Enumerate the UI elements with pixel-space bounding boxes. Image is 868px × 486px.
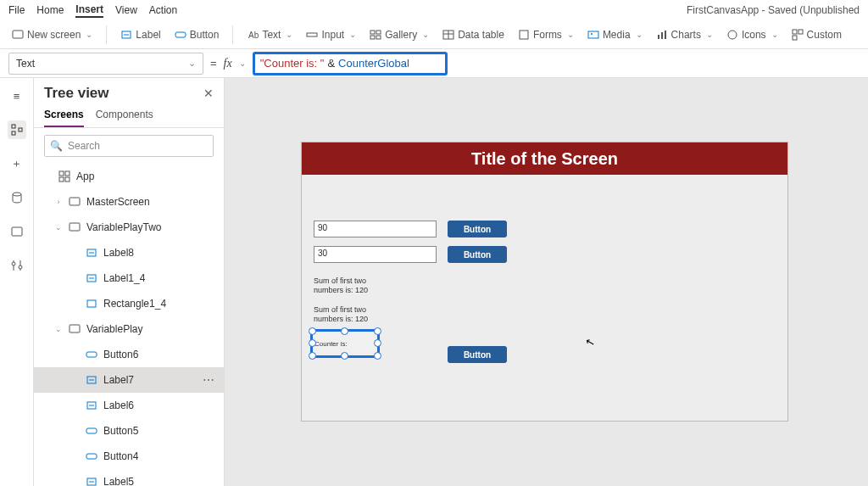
- rail-treeview-icon[interactable]: [8, 120, 26, 139]
- tree-item-button4[interactable]: Button4: [34, 444, 224, 469]
- canvas-button-1[interactable]: Button: [448, 221, 507, 237]
- resize-handle[interactable]: [374, 339, 381, 347]
- insert-input-button[interactable]: Input: [303, 29, 359, 41]
- label-icon: [85, 475, 98, 486]
- resize-handle[interactable]: [309, 352, 316, 360]
- insert-gallery-button[interactable]: Gallery: [366, 29, 432, 41]
- svg-text:Ab: Ab: [248, 31, 259, 40]
- svg-rect-17: [661, 32, 663, 39]
- app-icon: [58, 170, 71, 183]
- tree-item-label: Button4: [103, 450, 224, 462]
- svg-rect-21: [798, 30, 803, 34]
- tree-search-input[interactable]: 🔍 Search: [44, 135, 214, 157]
- chevron-icon[interactable]: ⌄: [54, 325, 63, 333]
- insert-text-button[interactable]: Ab Text: [243, 29, 296, 41]
- insert-label-button[interactable]: Label: [117, 29, 164, 41]
- svg-rect-35: [65, 177, 70, 182]
- label7-text: Counter is:: [314, 340, 348, 348]
- property-dropdown-value: Text: [16, 58, 35, 70]
- screen-icon: [68, 322, 81, 336]
- svg-point-15: [591, 33, 593, 35]
- canvas-area[interactable]: Title of the Screen 90 Button 30 Button …: [225, 78, 868, 486]
- label-icon: [85, 399, 98, 412]
- new-screen-button[interactable]: New screen: [8, 29, 96, 41]
- svg-rect-34: [59, 177, 64, 182]
- button-icon: [85, 450, 98, 463]
- tree-item-label: VariablePlay: [86, 323, 224, 335]
- textinput-1[interactable]: 90: [314, 221, 437, 237]
- resize-handle[interactable]: [374, 327, 381, 335]
- insert-charts-button[interactable]: Charts: [653, 29, 716, 41]
- input-icon: [306, 29, 318, 41]
- ribbon: New screen Label Button Ab Text Input Ga…: [0, 20, 868, 49]
- rail-insert-icon[interactable]: ＋: [8, 154, 26, 173]
- insert-forms-button[interactable]: Forms: [515, 29, 577, 41]
- tree-item-vp[interactable]: ⌄VariablePlay: [34, 316, 224, 342]
- svg-rect-3: [175, 32, 186, 37]
- insert-datatable-button[interactable]: Data table: [439, 29, 508, 41]
- resize-handle[interactable]: [341, 352, 348, 360]
- equals-sign: =: [210, 57, 217, 70]
- app-screen-canvas[interactable]: Title of the Screen 90 Button 30 Button …: [301, 142, 788, 422]
- left-rail: ≡ ＋: [0, 78, 34, 486]
- menu-home[interactable]: Home: [36, 4, 64, 16]
- formula-input[interactable]: "Counter is: " & CounterGlobal: [253, 52, 448, 75]
- tree-item-label1_4[interactable]: Label1_4: [34, 265, 224, 291]
- formula-identifier: CounterGlobal: [338, 57, 409, 70]
- textinput-2[interactable]: 30: [314, 246, 437, 263]
- tree-item-label8[interactable]: Label8: [34, 240, 224, 265]
- tree-item-label5[interactable]: Label5: [34, 469, 224, 486]
- resize-handle[interactable]: [374, 352, 381, 360]
- tree-item-button6[interactable]: Button6: [34, 342, 224, 367]
- label7-selected[interactable]: Counter is:: [310, 329, 380, 358]
- svg-rect-13: [520, 31, 528, 39]
- chevron-icon[interactable]: ⌄: [54, 223, 63, 232]
- tree-item-vptwo[interactable]: ⌄VariablePlayTwo: [34, 215, 224, 240]
- property-dropdown[interactable]: Text: [8, 53, 203, 75]
- canvas-button-2[interactable]: Button: [448, 246, 507, 263]
- menu-file[interactable]: File: [8, 4, 25, 16]
- insert-icons-button[interactable]: Icons: [723, 29, 782, 41]
- resize-handle[interactable]: [309, 327, 316, 335]
- label-icon: [85, 373, 98, 387]
- resize-handle[interactable]: [341, 327, 348, 335]
- gallery-icon: [370, 29, 381, 41]
- canvas-button-3[interactable]: Button: [448, 346, 507, 363]
- tree-search-placeholder: Search: [68, 140, 100, 152]
- svg-rect-49: [86, 428, 97, 433]
- tree-item-rect1_4[interactable]: Rectangle1_4: [34, 291, 224, 316]
- resize-handle[interactable]: [309, 339, 316, 347]
- menu-action[interactable]: Action: [149, 4, 177, 16]
- tab-screens[interactable]: Screens: [44, 109, 84, 127]
- tree-item-label7[interactable]: Label7⋯: [34, 367, 224, 393]
- app-title: FirstCanvasApp - Saved (Unpublished: [687, 4, 860, 16]
- tree-item-button5[interactable]: Button5: [34, 418, 224, 444]
- rail-media-icon[interactable]: [8, 222, 26, 241]
- insert-forms-label: Forms: [533, 29, 562, 41]
- tree-item-master[interactable]: ›MasterScreen: [34, 189, 224, 215]
- svg-rect-14: [588, 31, 598, 38]
- tree-item-label6[interactable]: Label6: [34, 393, 224, 418]
- chevron-icon[interactable]: ›: [54, 198, 63, 206]
- menu-view[interactable]: View: [115, 4, 137, 16]
- rail-advanced-icon[interactable]: [8, 256, 26, 275]
- button-icon: [85, 348, 98, 361]
- svg-rect-37: [70, 223, 80, 231]
- menu-insert[interactable]: Insert: [75, 3, 103, 18]
- fx-chevron-icon[interactable]: ⌄: [239, 59, 246, 68]
- tree-item-app[interactable]: App: [34, 164, 224, 189]
- more-icon[interactable]: ⋯: [203, 373, 224, 387]
- svg-rect-18: [665, 31, 666, 39]
- tab-components[interactable]: Components: [96, 109, 153, 127]
- rail-data-icon[interactable]: [8, 188, 26, 207]
- workspace: ≡ ＋ Tree view ✕ Screens Components 🔍 Sea…: [0, 78, 868, 486]
- tree-item-label: Label6: [103, 399, 224, 411]
- insert-media-button[interactable]: Media: [584, 29, 646, 41]
- rail-hamburger-icon[interactable]: ≡: [8, 87, 26, 105]
- divider: [232, 25, 233, 44]
- insert-custom-label: Custom: [807, 29, 842, 41]
- insert-custom-button[interactable]: Custom: [788, 29, 845, 41]
- svg-rect-36: [70, 198, 80, 205]
- insert-button-button[interactable]: Button: [171, 29, 223, 41]
- close-icon[interactable]: ✕: [203, 87, 214, 100]
